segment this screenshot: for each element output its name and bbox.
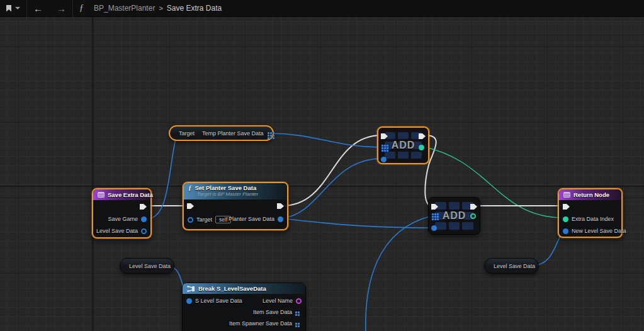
pin-label: Extra Data Index (572, 216, 614, 222)
exec-pin-icon[interactable] (140, 203, 147, 210)
break-struct-icon (187, 286, 195, 292)
int-pin-icon[interactable] (563, 216, 568, 222)
function-entry-icon (98, 192, 105, 198)
extra-data-index-pin-row[interactable]: Extra Data Index (563, 216, 614, 222)
pin-label: Target (179, 130, 195, 137)
name-pin-icon[interactable] (296, 298, 302, 304)
s-level-save-data-pin-row[interactable]: S Level Save Data (186, 298, 242, 304)
int-return-pin-icon[interactable] (470, 213, 476, 219)
save-game-pin-row[interactable]: Save Game (108, 216, 147, 222)
node-set-planter-save-data[interactable]: ƒ Set Planter Save Data Target is BP Mas… (183, 182, 288, 230)
exec-out-pin[interactable] (419, 133, 426, 140)
node-save-extra-data[interactable]: Save Extra Data Save Game Level Save Dat… (92, 188, 152, 238)
function-result-icon (563, 192, 570, 198)
pin-label: Level Save Data (96, 228, 138, 234)
object-pin-icon[interactable] (188, 217, 193, 223)
node-get-temp-planter-save-data[interactable]: Target Temp Planter Save Data (169, 125, 274, 141)
object-pin-icon[interactable] (563, 228, 568, 234)
node-title: Return Node (573, 191, 609, 198)
node-title: Save Extra Data (108, 191, 153, 198)
node-header[interactable]: Break S_LevelSaveData (183, 283, 305, 294)
wire-exec-set-to-add1 (282, 135, 381, 206)
level-save-data-pin-row[interactable]: Level Save Data (96, 228, 147, 234)
exec-pin-icon[interactable] (187, 203, 194, 210)
pin-label: Save Game (108, 216, 138, 222)
breadcrumb-separator-icon: > (159, 4, 162, 12)
array-pin-icon[interactable] (381, 145, 383, 147)
object-pin-icon[interactable] (278, 216, 283, 222)
pin-label: S Level Save Data (195, 298, 242, 304)
wire-tempplanter-to-add1 (270, 133, 381, 147)
pin-label: Level Save Data (494, 263, 535, 269)
object-pin-icon[interactable] (431, 225, 437, 231)
array-pin-icon[interactable] (432, 213, 434, 215)
level-name-pin-row[interactable]: Level Name (263, 298, 302, 304)
function-icon: ƒ (79, 3, 84, 13)
node-subtitle: Target is BP Master Planter (197, 191, 283, 197)
wire-offscreen-to-add2 (366, 216, 432, 331)
pin-label: Target (196, 216, 212, 223)
node-break-s-levelsavedata[interactable]: Break S_LevelSaveData S Level Save Data … (182, 283, 306, 331)
wire-plantersave-to-add2 (282, 218, 432, 228)
pin-label: New Level Save Data (572, 228, 626, 234)
struct-pin-icon[interactable] (186, 298, 192, 304)
exec-out-pin[interactable] (277, 203, 284, 210)
planter-save-data-pin-row[interactable]: Planter Save Data (229, 216, 283, 222)
map-pin-icon[interactable] (268, 132, 269, 134)
exec-pin-icon[interactable] (563, 203, 570, 210)
exec-out-pin[interactable] (470, 203, 477, 210)
int-return-pin-icon[interactable] (419, 145, 424, 150)
function-icon: ƒ (188, 185, 192, 191)
node-array-add-1[interactable]: ADD (377, 126, 429, 164)
node-get-level-save-data-left[interactable]: Level Save Data (120, 258, 174, 274)
pin-label: Level Save Data (129, 263, 171, 269)
node-header[interactable]: Save Extra Data (93, 189, 150, 200)
breadcrumb-toolbar: ← → ƒ BP_MasterPlanter > Save Extra Data (0, 0, 644, 17)
exec-in-pin[interactable] (187, 203, 194, 210)
node-header[interactable]: ƒ Set Planter Save Data Target is BP Mas… (184, 183, 287, 199)
bookmark-menu[interactable] (0, 0, 26, 17)
pin-label: Temp Planter Save Data (202, 130, 264, 137)
node-title: Set Planter Save Data (195, 184, 257, 191)
pin-label: Planter Save Data (229, 216, 274, 222)
wire-plantersave-to-add1 (282, 159, 381, 218)
node-header[interactable]: Return Node (559, 189, 621, 200)
exec-out-pin[interactable] (140, 203, 147, 210)
pin-label: Item Save Data (253, 309, 292, 315)
object-pin-icon[interactable] (141, 228, 147, 234)
breadcrumb-parent[interactable]: BP_MasterPlanter (94, 4, 155, 13)
node-return[interactable]: Return Node Extra Data Index New Level S… (558, 188, 623, 238)
node-title: Break S_LevelSaveData (198, 285, 266, 292)
item-save-data-pin-row[interactable]: Item Save Data (253, 309, 301, 315)
object-pin-icon[interactable] (381, 157, 387, 162)
breadcrumb-current[interactable]: Save Extra Data (167, 4, 222, 13)
item-spawner-save-data-pin-row[interactable]: Item Spawner Save Data (229, 320, 301, 327)
pin-label: Item Spawner Save Data (229, 320, 292, 327)
target-pin-row[interactable]: Target self (188, 216, 231, 223)
back-button[interactable]: ← (33, 0, 43, 17)
chevron-down-icon[interactable] (15, 7, 20, 9)
pin-label: Level Name (263, 298, 293, 304)
array-pin-icon[interactable] (295, 311, 297, 313)
breadcrumb: ƒ BP_MasterPlanter > Save Extra Data (73, 0, 228, 17)
node-array-add-2[interactable]: ADD (428, 197, 480, 235)
forward-button[interactable]: → (57, 0, 66, 17)
new-level-save-data-pin-row[interactable]: New Level Save Data (563, 228, 626, 234)
exec-in-pin[interactable] (563, 203, 570, 210)
array-pin-icon[interactable] (295, 323, 297, 325)
node-get-level-save-data-right[interactable]: Level Save Data (484, 258, 539, 274)
exec-pin-icon[interactable] (277, 203, 284, 210)
wire-layer (0, 0, 644, 331)
object-pin-icon[interactable] (141, 216, 147, 222)
bookmark-icon[interactable] (6, 5, 11, 12)
